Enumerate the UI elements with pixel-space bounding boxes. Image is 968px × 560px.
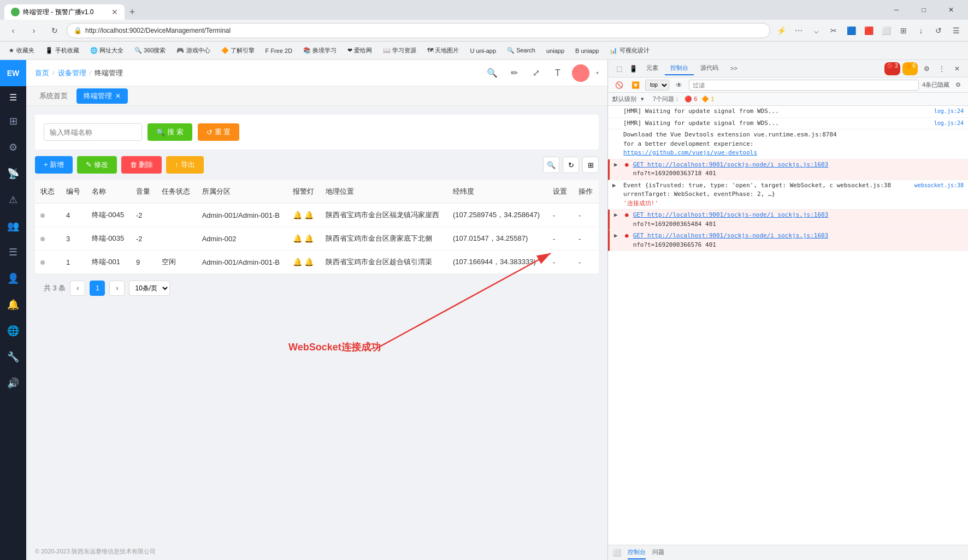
bookmark-env[interactable]: 📚 换境学习 <box>299 45 341 56</box>
devtools-context-select[interactable]: top <box>645 80 669 91</box>
bookmark-search[interactable]: 🔍 Search <box>503 46 540 55</box>
more-btn[interactable]: ⋯ <box>791 23 806 38</box>
console-expand-btn[interactable]: ▶ <box>614 211 621 220</box>
console-file-ref[interactable]: log.js:24 <box>934 119 964 127</box>
console-link[interactable]: GET http://localhost:9001/sockjs-node/i … <box>633 161 829 168</box>
devtools-filter-icon[interactable]: 🔽 <box>629 79 642 92</box>
forward-btn[interactable]: › <box>25 22 43 39</box>
next-page-btn[interactable]: › <box>109 281 125 296</box>
devtools-eye-icon[interactable]: 👁 <box>672 79 686 92</box>
sidebar-item-tools[interactable]: 🔧 <box>0 344 26 370</box>
bookmark-360[interactable]: 🔍 360搜索 <box>130 45 170 56</box>
sidebar-item-users[interactable]: 👥 <box>0 213 26 239</box>
table-search-btn[interactable]: 🔍 <box>543 157 559 173</box>
table-column-btn[interactable]: ⊞ <box>582 157 599 173</box>
sidebar-item-notification[interactable]: 🔔 <box>0 291 26 318</box>
history-icon[interactable]: ↺ <box>931 23 946 38</box>
bookmark-uniapp2[interactable]: uniapp <box>542 46 569 55</box>
devtools-tab-source[interactable]: 源代码 <box>695 62 724 75</box>
maximize-btn[interactable]: □ <box>911 2 936 17</box>
add-btn[interactable]: + 新增 <box>35 156 73 174</box>
sidebar-item-volume[interactable]: 🔊 <box>0 370 26 396</box>
bookmark-engine[interactable]: 🔶 了解引擎 <box>217 45 259 56</box>
reset-btn[interactable]: ↺ 重 置 <box>198 123 240 141</box>
export-btn[interactable]: ↑ 导出 <box>166 156 203 174</box>
header-fullscreen-icon[interactable]: ⤢ <box>528 65 544 81</box>
console-file-ref[interactable]: websocket.js:38 <box>914 181 964 189</box>
browser-tab-active[interactable]: 终端管理 - 预警广播v1.0 ✕ <box>4 4 125 20</box>
devtools-device-icon[interactable]: 📱 <box>627 62 640 75</box>
bookmark-mobile[interactable]: 📱 手机收藏 <box>41 45 84 56</box>
devtools-tab-more[interactable]: >> <box>725 63 743 75</box>
close-btn[interactable]: ✕ <box>939 2 964 17</box>
header-font-icon[interactable]: T <box>550 65 565 81</box>
tab-terminal-management[interactable]: 终端管理 ✕ <box>76 88 128 104</box>
prev-page-btn[interactable]: ‹ <box>70 281 85 296</box>
bookmark-uniapp[interactable]: U uni-app <box>465 46 500 55</box>
devtools-close-icon[interactable]: ✕ <box>951 62 964 75</box>
sidebar-item-alert[interactable]: ⚠ <box>0 187 26 213</box>
bookmark-free2d[interactable]: F Free 2D <box>261 46 297 55</box>
settings-icon[interactable]: ☰ <box>948 23 964 38</box>
console-link[interactable]: GET http://localhost:9001/sockjs-node/i … <box>633 232 829 239</box>
cut-icon[interactable]: ✂ <box>826 23 841 38</box>
bookmark-map[interactable]: 🗺 天地图片 <box>423 45 463 56</box>
sidebar-item-device[interactable]: 📡 <box>0 160 26 187</box>
console-devtools-link[interactable]: https://github.com/vuejs/vue-devtools <box>623 149 757 156</box>
bookmark-aigei[interactable]: ❤ 爱给网 <box>343 45 376 56</box>
ext3-icon[interactable]: ⬜ <box>878 23 894 38</box>
devtools-tab-console[interactable]: 控制台 <box>665 62 694 75</box>
header-search-icon[interactable]: 🔍 <box>485 65 500 81</box>
bookmark-favorites[interactable]: ★ 收藏夹 <box>4 45 39 56</box>
refresh-btn[interactable]: ↻ <box>46 22 63 39</box>
user-dropdown-arrow[interactable]: ▾ <box>596 70 599 76</box>
edit-btn[interactable]: ✎ 修改 <box>77 156 117 174</box>
lightning-icon[interactable]: ⚡ <box>774 23 789 38</box>
sidebar-menu-toggle[interactable]: ☰ <box>0 86 26 108</box>
download-icon[interactable]: ↓ <box>913 23 929 38</box>
devtools-tab-elements[interactable]: 元素 <box>641 62 664 75</box>
new-tab-btn[interactable]: + <box>125 4 140 20</box>
bookmark-visual[interactable]: 📊 可视化设计 <box>605 45 653 56</box>
sidebar-item-settings[interactable]: ⚙ <box>0 134 26 160</box>
page-size-select[interactable]: 10条/页 20条/页 50条/页 <box>129 281 170 296</box>
bookmark-learn[interactable]: 📖 学习资源 <box>379 45 421 56</box>
dropdown-icon[interactable]: ⌵ <box>808 23 824 38</box>
footer-tab-console[interactable]: 控制台 <box>628 546 646 559</box>
bookmark-uniapp3[interactable]: B uniapp <box>571 46 603 55</box>
sidebar-item-map[interactable]: 🌐 <box>0 318 26 344</box>
bookmark-nav[interactable]: 🌐 网址大全 <box>86 45 128 56</box>
devtools-inspect-icon[interactable]: ⬚ <box>612 62 625 75</box>
minimize-btn[interactable]: ─ <box>884 2 909 17</box>
tab-system-home[interactable]: 系统首页 <box>33 88 74 104</box>
tab-close-terminal[interactable]: ✕ <box>115 92 121 100</box>
bookmark-games[interactable]: 🎮 游戏中心 <box>172 45 214 56</box>
console-expand-btn[interactable]: ▶ <box>614 160 621 170</box>
breadcrumb-device[interactable]: 设备管理 <box>58 68 86 78</box>
ext1-icon[interactable]: 🟦 <box>843 23 859 38</box>
sidebar-item-list[interactable]: ☰ <box>0 239 26 265</box>
console-expand-btn[interactable]: ▶ <box>614 231 621 241</box>
breadcrumb-home[interactable]: 首页 <box>35 68 49 78</box>
address-bar[interactable]: 🔒 http://localhost:9002/DeviceManagement… <box>67 23 770 38</box>
devtools-more-icon[interactable]: ⋮ <box>935 62 948 75</box>
search-btn[interactable]: 🔍 搜 索 <box>147 123 192 141</box>
header-edit-icon[interactable]: ✏ <box>506 65 522 81</box>
console-link[interactable]: GET http://localhost:9001/sockjs-node/i … <box>633 211 829 218</box>
footer-tab-issues[interactable]: 问题 <box>652 546 664 559</box>
sidebar-item-home[interactable]: ⊞ <box>0 108 26 134</box>
user-avatar[interactable] <box>572 64 589 82</box>
delete-btn[interactable]: 🗑 删除 <box>121 156 162 174</box>
devtools-filter-settings[interactable]: ⚙ <box>953 80 964 91</box>
console-file-ref[interactable]: log.js:24 <box>934 107 964 115</box>
ext2-icon[interactable]: 🟥 <box>861 23 876 38</box>
sidebar-item-profile[interactable]: 👤 <box>0 265 26 291</box>
devtools-settings-icon[interactable]: ⚙ <box>920 62 933 75</box>
tab-close-btn[interactable]: ✕ <box>111 8 118 16</box>
ext4-icon[interactable]: ⊞ <box>896 23 911 38</box>
table-refresh-btn[interactable]: ↻ <box>563 157 579 173</box>
back-btn[interactable]: ‹ <box>4 22 22 39</box>
devtools-clear-btn[interactable]: 🚫 <box>612 79 625 92</box>
page-1-btn[interactable]: 1 <box>90 281 105 296</box>
devtools-filter-input[interactable] <box>689 80 919 91</box>
